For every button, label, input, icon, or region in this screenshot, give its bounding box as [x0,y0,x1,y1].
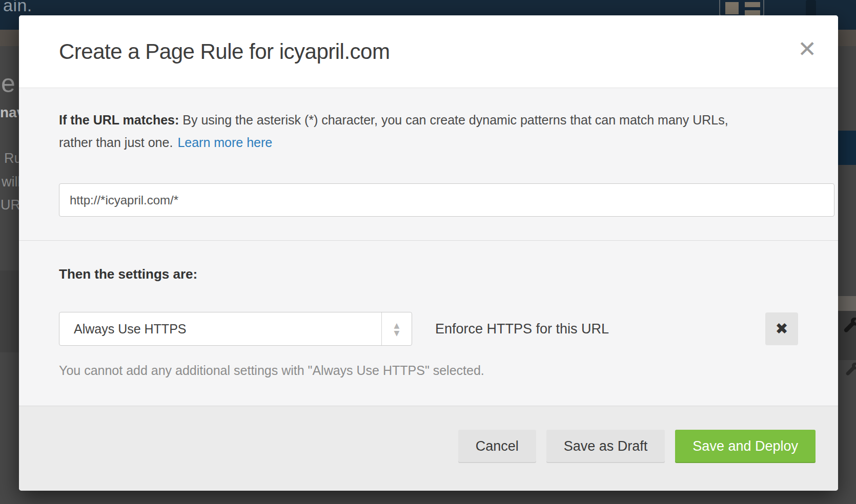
grid-view-icon [719,0,764,16]
background-row-edge [838,296,856,311]
chevron-down-icon: ▼ [394,330,400,336]
setting-select-value: Always Use HTTPS [74,322,186,337]
close-icon[interactable]: ✕ [798,38,817,60]
url-match-label: If the URL matches: [59,113,179,127]
modal-footer: Cancel Save as Draft Save and Deploy [19,406,838,491]
background-text-fragment: e [1,69,15,98]
background-text-fragment: UR [1,197,21,213]
grid-view-icon-bar [745,10,760,15]
wrench-icon [845,362,856,377]
remove-icon: ✖ [775,321,788,337]
wrench-icon [843,317,856,334]
chevron-up-icon: ▲ [394,322,400,328]
settings-note: You cannot add any additional settings w… [59,361,798,380]
background-table-edge [0,270,19,352]
setting-description: Enforce HTTPS for this URL [435,321,609,337]
grid-view-icon-bar [745,2,760,7]
settings-heading: Then the settings are: [59,266,798,282]
modal-header: Create a Page Rule for icyapril.com ✕ [19,15,838,88]
cancel-button[interactable]: Cancel [458,430,536,463]
url-pattern-input[interactable] [59,183,834,217]
save-and-deploy-button[interactable]: Save and Deploy [675,430,816,463]
save-as-draft-button[interactable]: Save as Draft [546,430,665,463]
background-button-remnant [838,131,856,165]
page-rule-modal: Create a Page Rule for icyapril.com ✕ If… [19,15,838,491]
learn-more-link[interactable]: Learn more here [177,135,272,150]
page-title: Create a Page Rule for icyapril.com [59,39,390,64]
background-text-fragment: will [2,174,21,190]
select-stepper-icon[interactable]: ▲ ▼ [381,312,412,345]
background-topbar-text: ain. [3,0,32,15]
url-match-description: If the URL matches: By using the asteris… [59,109,746,154]
remove-setting-button[interactable]: ✖ [765,312,798,345]
grid-view-icon-square [725,2,739,14]
setting-select[interactable]: Always Use HTTPS ▲ ▼ [59,312,412,346]
section-divider [19,240,838,241]
settings-row: Always Use HTTPS ▲ ▼ Enforce HTTPS for t… [59,312,798,346]
